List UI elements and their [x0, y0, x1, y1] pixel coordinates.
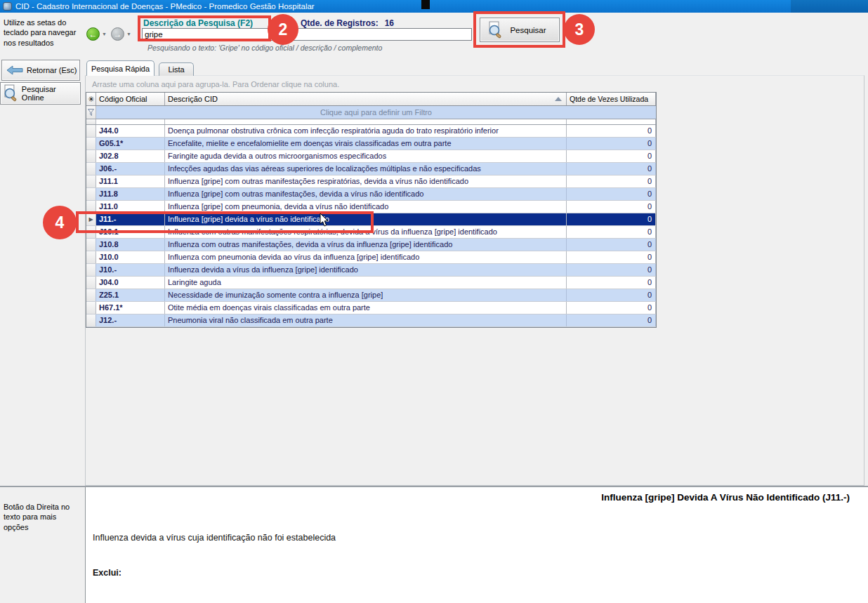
filter-row[interactable]: Clique aqui para definir um Filtro	[86, 106, 656, 119]
nav-forward-dropdown[interactable]: ▼	[126, 32, 131, 37]
cell-descricao: Influenza com pneumonia devida ao vírus …	[165, 251, 567, 263]
table-row[interactable]: J10.0Influenza com pneumonia devida ao v…	[86, 251, 656, 264]
nav-back-dropdown[interactable]: ▼	[102, 32, 107, 37]
cell-codigo: J10.8	[96, 239, 165, 251]
cell-descricao: Necessidade de imunização somente contra…	[165, 289, 567, 301]
nav-back-button[interactable]: ←	[86, 27, 100, 41]
return-button[interactable]: Retornar (Esc)	[1, 60, 80, 81]
cell-descricao: Influenza com outras manifestações, devi…	[165, 239, 567, 251]
cell-descricao: Otite média em doenças virais classifica…	[165, 302, 567, 314]
cell-descricao: Influenza [gripe] com outras manifestaçõ…	[165, 188, 567, 200]
table-row[interactable]: J11.1Influenza [gripe] com outras manife…	[86, 175, 656, 188]
cell-qtde: 0	[567, 125, 656, 137]
cell-codigo: J10.0	[96, 251, 165, 263]
row-indicator	[86, 175, 96, 187]
cell-codigo: J02.8	[96, 150, 165, 162]
app-icon	[3, 2, 12, 11]
redaction-mark	[421, 0, 430, 9]
cell-qtde: 0	[567, 289, 656, 301]
cell-qtde: 0	[567, 239, 656, 251]
cell-codigo: H67.1*	[96, 302, 165, 314]
cell-codigo: J44.0	[96, 125, 165, 137]
cell-qtde: 0	[567, 138, 656, 150]
cell-descricao: Influenza devida a vírus da influenza [g…	[165, 264, 567, 276]
detail-line: Influenza devida a vírus cuja identifica…	[93, 532, 336, 544]
search-online-button[interactable]: Pesquisar Online	[0, 82, 81, 105]
cell-descricao: Faringite aguda devida a outros microorg…	[165, 150, 567, 162]
row-indicator	[86, 251, 96, 263]
row-indicator	[86, 150, 96, 162]
cell-codigo: J04.0	[96, 277, 165, 289]
annotation-box-pesquisar	[473, 11, 565, 48]
cell-qtde: 0	[567, 226, 656, 238]
cell-descricao: Encefalite, mielite e encefalomielite em…	[165, 138, 567, 150]
window-title: CID - Cadastro Internacional de Doenças …	[15, 2, 315, 11]
tab-lista[interactable]: Lista	[159, 62, 194, 76]
table-row[interactable]: J44.0Doença pulmonar obstrutiva crônica …	[86, 125, 656, 138]
column-header-descricao[interactable]: Descrição CID	[165, 93, 567, 105]
funnel-icon	[86, 106, 96, 119]
right-click-hint: Botão da Direita no texto para mais opçõ…	[4, 502, 77, 532]
table-row[interactable]: J10.8Influenza com outras manifestações,…	[86, 239, 656, 251]
table-row[interactable]: Z25.1Necessidade de imunização somente c…	[86, 289, 656, 302]
cell-descricao: Infecções agudas das vias aéreas superio…	[165, 163, 567, 175]
cell-qtde: 0	[567, 213, 656, 225]
table-row[interactable]: J06.-Infecções agudas das vias aéreas su…	[86, 163, 656, 175]
cell-descricao: Pneumonia viral não classificada em outr…	[165, 314, 567, 326]
cell-descricao: Laringite aguda	[165, 277, 567, 289]
cell-codigo: G05.1*	[96, 138, 165, 150]
row-indicator	[86, 239, 96, 251]
table-row[interactable]: J04.0Laringite aguda0	[86, 277, 656, 289]
column-header-qtde[interactable]: Qtde de Vezes Utilizada	[567, 93, 656, 105]
cell-qtde: 0	[567, 188, 656, 200]
cell-descricao: Doença pulmonar obstrutiva crônica com i…	[165, 125, 567, 137]
back-arrow-icon	[6, 65, 23, 75]
grid-header-row: ✳ Código Oficial Descrição CID Qtde de V…	[86, 93, 656, 106]
left-sidebar: Utilize as setas do teclado para navegar…	[0, 13, 84, 603]
indicator-header-icon: ✳	[86, 93, 96, 105]
sort-ascending-icon	[555, 97, 562, 101]
row-indicator	[86, 302, 96, 314]
cell-qtde: 0	[567, 264, 656, 276]
table-row[interactable]: J02.8Faringite aguda devida a outros mic…	[86, 150, 656, 163]
cell-qtde: 0	[567, 201, 656, 213]
row-indicator	[86, 163, 96, 175]
results-grid: ✳ Código Oficial Descrição CID Qtde de V…	[86, 92, 657, 328]
cell-codigo: Z25.1	[96, 289, 165, 301]
row-indicator	[86, 188, 96, 200]
keyboard-hint: Utilize as setas do teclado para navegar…	[4, 18, 79, 48]
annotation-box-search	[138, 15, 271, 41]
filter-hint-band[interactable]: Clique aqui para definir um Filtro	[96, 106, 656, 119]
annotation-badge-4: 4	[43, 206, 77, 239]
cell-qtde: 0	[567, 251, 656, 263]
table-row[interactable]: J10.-Influenza devida a vírus da influen…	[86, 264, 656, 277]
table-row[interactable]: J12.-Pneumonia viral não classificada em…	[86, 314, 656, 327]
records-value: 16	[385, 18, 394, 28]
group-by-hint: Arraste uma coluna aqui para agrupa-la. …	[92, 80, 339, 88]
detail-body: Influenza devida a vírus cuja identifica…	[93, 509, 336, 603]
tab-pesquisa-rapida[interactable]: Pesquisa Rápida	[86, 60, 154, 76]
cell-qtde: 0	[567, 277, 656, 289]
table-row[interactable]: H67.1*Otite média em doenças virais clas…	[86, 302, 656, 314]
annotation-badge-3: 3	[564, 14, 595, 45]
cell-codigo: J10.-	[96, 264, 165, 276]
table-row[interactable]: J11.8Influenza [gripe] com outras manife…	[86, 188, 656, 201]
search-scope-hint: Pesquisando o texto: 'Gripe' no código o…	[147, 44, 382, 52]
search-document-icon	[3, 84, 18, 102]
nav-forward-button[interactable]: →	[111, 27, 124, 41]
mouse-cursor	[320, 213, 331, 227]
title-bar: CID - Cadastro Internacional de Doenças …	[0, 0, 868, 13]
row-indicator	[86, 277, 96, 289]
records-count: Qtde. de Registros:16	[301, 18, 394, 28]
column-header-codigo[interactable]: Código Oficial	[96, 93, 165, 105]
row-indicator	[86, 289, 96, 301]
cell-qtde: 0	[567, 175, 656, 187]
row-indicator	[86, 125, 96, 137]
detail-title: Influenza [gripe] Devida A Vírus Não Ide…	[601, 492, 850, 503]
row-indicator	[86, 138, 96, 150]
grid-spacer-row	[86, 119, 656, 125]
cell-codigo: J06.-	[96, 163, 165, 175]
table-row[interactable]: G05.1*Encefalite, mielite e encefalomiel…	[86, 138, 656, 150]
row-indicator	[86, 264, 96, 276]
cell-qtde: 0	[567, 302, 656, 314]
